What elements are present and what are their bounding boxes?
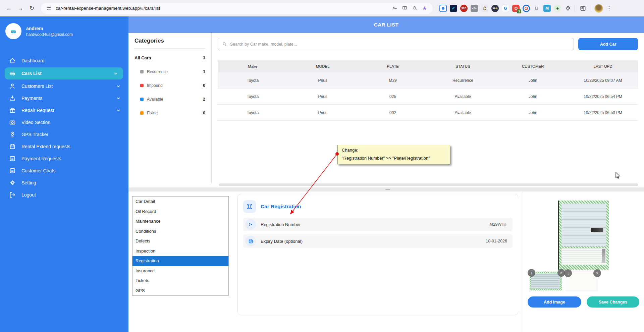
category-available[interactable]: Available 2 [135,97,205,102]
col-make: Make [218,64,288,68]
category-fixing[interactable]: Fixing 0 [135,111,205,115]
available-color-swatch [140,98,144,101]
bookmark-star-icon[interactable]: ★ [421,5,428,12]
sidebar-item-logout[interactable]: Logout [0,189,128,201]
add-image-button[interactable]: Add Image [528,296,581,308]
table-row[interactable]: ToyotaPrius002AvailableJohn10/22/2025 06… [218,105,638,121]
expiry-date-row[interactable]: Expiry Date (optional) 10-01-2026 [243,234,513,248]
browser-profile-avatar[interactable] [594,4,603,13]
sidebar-item-cars-list[interactable]: Cars List [5,67,123,79]
user-avatar[interactable] [5,23,21,39]
browser-reload-icon[interactable]: ↻ [27,3,37,13]
toolbar-divider [591,5,591,12]
save-changes-button[interactable]: Save Changes [587,296,639,308]
install-app-icon[interactable] [401,5,408,12]
search-input[interactable] [230,42,570,47]
sidebar-item-gps-tracker[interactable]: GPS Tracker [0,128,128,141]
ring-extension-icon[interactable] [523,5,530,12]
chevron-down-icon[interactable] [116,108,121,113]
user-name: andrem [26,26,73,31]
menu-item-insurance[interactable]: Insurance [132,266,228,276]
all-cars-count: 3 [203,55,205,60]
note-line2: "Registration Number" >> "Plate/Registra… [342,156,446,161]
registration-number-value: M29WHF [489,222,507,227]
category-all-cars[interactable]: All Cars 3 [135,55,205,60]
page-header: CAR LIST [128,16,644,33]
sidebar-item-label: Repair Request [21,108,54,113]
sidebar-item-repair-request[interactable]: Repair Request [0,104,128,116]
address-bar[interactable]: car-rental-expense-management.web.app/#/… [41,3,433,14]
u-extension-icon[interactable]: U [533,5,540,12]
category-impound[interactable]: Impound 0 [135,83,205,88]
browser-toolbar: ← → ↻ car-rental-expense-management.web.… [0,0,644,16]
splitter-handle[interactable] [385,189,390,190]
download-image-icon[interactable]: ↓ [564,269,572,277]
translate-extension-icon[interactable]: G [502,5,509,12]
extensions-puzzle-icon[interactable] [564,5,572,12]
sidebar-item-dashboard[interactable]: Dashboard [0,55,128,67]
person-icon [9,82,16,90]
menu-item-conditions[interactable]: Conditions [132,226,228,236]
checkmark-extension-icon[interactable]: ✓ [450,5,457,12]
zoom-out-icon[interactable] [411,5,418,12]
chevron-down-icon[interactable] [116,96,121,101]
col-plate: PLATE [358,64,428,68]
password-key-icon[interactable] [391,5,398,12]
extensions-row: ✓ SEO </> Web G 3 U M + [439,5,572,12]
dots-icon [245,219,256,230]
col-status: STATUS [428,64,498,68]
recorder-extension-icon[interactable]: 3 [512,5,520,12]
document-thumbnail[interactable]: ↓ × [566,272,598,290]
media-viewer-extension-icon[interactable] [439,5,447,12]
sidebar-item-setting[interactable]: Setting [0,177,128,189]
sidebar-item-label: Customer Chats [21,168,55,173]
all-cars-label: All Cars [135,55,151,60]
site-settings-icon[interactable] [46,5,52,12]
horizontal-scrollbar[interactable] [219,183,638,186]
side-panel-search-icon[interactable] [578,3,588,13]
browser-forward-icon[interactable]: → [15,3,25,13]
category-recurrence[interactable]: Recurrence 1 [135,69,205,74]
panel-splitter[interactable] [128,187,644,191]
sidebar-item-video-section[interactable]: Video Section [0,116,128,128]
menu-item-inspection[interactable]: Inspection [132,246,228,256]
sidebar-item-label: Video Section [21,120,50,125]
seo-extension-icon[interactable]: SEO [460,5,468,12]
barcode [602,250,605,263]
registration-number-row[interactable]: Registration Number M29WHF [243,218,513,231]
table-row[interactable]: ToyotaPrius025AvailableJohn10/22/2025 06… [218,89,638,105]
print-extension-icon[interactable] [481,5,488,12]
sidebar-item-rental-extend-requests[interactable]: Rental Extend requests [0,141,128,153]
sidebar-item-customer-chats[interactable]: Customer Chats [0,165,128,177]
browser-back-icon[interactable]: ← [4,3,14,13]
menu-item-defects[interactable]: Defects [132,236,228,246]
web-extension-icon[interactable]: Web [491,5,499,12]
chevron-down-icon[interactable] [113,71,118,76]
video-camera-icon [9,119,16,126]
sidebar-item-customers-list[interactable]: Customers List [0,80,128,92]
document-thumbnail[interactable]: ↓ × [530,272,562,290]
menu-item-gps[interactable]: GPS [132,286,228,296]
registration-document-preview[interactable] [558,201,609,270]
sidebar-item-payments[interactable]: Payments [0,92,128,104]
m-extension-icon[interactable]: M [543,5,551,12]
logout-icon [9,191,16,199]
add-car-button[interactable]: Add Car [578,38,638,50]
sidebar: andrem hardwood4us@gmail.com Dashboard C… [0,16,128,332]
code-extension-icon[interactable]: </> [471,5,478,12]
col-model: MODEL [288,64,358,68]
remove-image-icon[interactable]: × [593,269,601,277]
menu-item-maintenance[interactable]: Maintenance [132,216,228,226]
url-text[interactable]: car-rental-expense-management.web.app/#/… [56,6,388,11]
menu-item-car-detail[interactable]: Car Detail [132,197,228,207]
menu-item-registration[interactable]: Registration [132,256,228,266]
chevron-down-icon[interactable] [116,84,121,89]
browser-menu-icon[interactable]: ⋮ [604,5,614,11]
table-row[interactable]: ToyotaPriusM29RecurrenceJohn10/23/2025 0… [218,72,638,89]
plus-extension-icon[interactable]: + [554,5,561,12]
sidebar-item-payment-requests[interactable]: Payment Requests [0,153,128,165]
sidebar-item-label: Dashboard [21,58,45,63]
menu-item-tickets[interactable]: Tickets [132,276,228,286]
download-image-icon[interactable]: ↓ [528,269,535,277]
menu-item-oil-record[interactable]: Oil Record [132,207,228,217]
